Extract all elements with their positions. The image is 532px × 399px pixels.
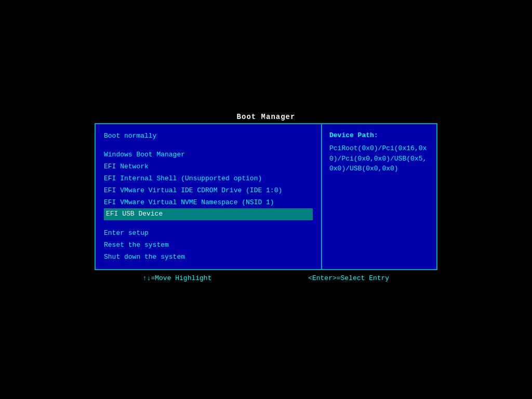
menu-item-windows-boot-manager[interactable]: Windows Boot Manager [104, 149, 313, 161]
left-panel: Boot normallyWindows Boot ManagerEFI Net… [96, 124, 322, 270]
footer-move: ↑↓=Move Highlight [143, 274, 212, 282]
window-title: Boot Manager [237, 113, 296, 121]
footer-select: <Enter>=Select Entry [308, 274, 389, 282]
menu-separator-8 [104, 220, 313, 228]
device-path-label: Device Path: [329, 130, 429, 141]
right-panel: Device Path: PciRoot(0x0)/Pci(0x16,0x0)/… [322, 124, 436, 270]
menu-separator-1 [104, 142, 313, 149]
menu-item-shut-down-system[interactable]: Shut down the system [104, 251, 313, 263]
menu-item-efi-usb-device[interactable]: EFI USB Device [104, 208, 313, 220]
menu-item-reset-system[interactable]: Reset the system [104, 240, 313, 251]
device-path-value: PciRoot(0x0)/Pci(0x16,0x0)/Pci(0x0,0x0)/… [329, 143, 429, 174]
menu-item-efi-vmware-ide[interactable]: EFI VMware Virtual IDE CDROM Drive (IDE … [104, 185, 313, 197]
menu-item-efi-internal-shell[interactable]: EFI Internal Shell (Unsupported option) [104, 173, 313, 185]
menu-item-efi-network[interactable]: EFI Network [104, 161, 313, 173]
main-panel: Boot normallyWindows Boot ManagerEFI Net… [95, 123, 437, 271]
menu-item-boot-normally[interactable]: Boot normally [104, 130, 313, 142]
footer-bar: ↑↓=Move Highlight <Enter>=Select Entry [95, 270, 437, 286]
screen: Boot Manager Boot normallyWindows Boot M… [0, 0, 532, 399]
menu-item-enter-setup[interactable]: Enter setup [104, 228, 313, 240]
menu-item-efi-vmware-nvme[interactable]: EFI VMware Virtual NVME Namespace (NSID … [104, 197, 313, 209]
